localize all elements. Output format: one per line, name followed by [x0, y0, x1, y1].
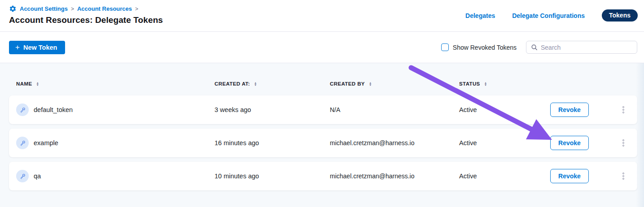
search-box[interactable]	[526, 41, 637, 54]
token-created-by: N/A	[330, 106, 459, 113]
tab-delegates[interactable]: Delegates	[465, 12, 495, 19]
table-header-row: NAME ▲▼ CREATED AT: ▲▼ CREATED BY ▲▼ STA…	[9, 76, 637, 92]
token-name: example	[34, 139, 58, 147]
key-icon	[16, 170, 29, 182]
sort-icon[interactable]: ▲▼	[254, 82, 257, 86]
breadcrumb-separator: >	[71, 6, 74, 12]
revoke-button[interactable]: Revoke	[550, 169, 589, 183]
token-status: Active	[459, 172, 550, 180]
key-icon	[16, 137, 29, 149]
table-row[interactable]: qa 10 minutes ago michael.cretzman@harne…	[9, 162, 637, 190]
plus-icon: +	[15, 43, 20, 51]
sort-icon[interactable]: ▲▼	[484, 82, 487, 86]
breadcrumb-separator: >	[135, 6, 138, 12]
revoke-button[interactable]: Revoke	[550, 136, 589, 150]
gear-icon	[9, 5, 17, 13]
toolbar-right: Show Revoked Tokens	[441, 41, 637, 54]
token-created-by: michael.cretzman@harness.io	[330, 172, 459, 180]
show-revoked-toggle[interactable]: Show Revoked Tokens	[441, 43, 517, 51]
toolbar: + New Token Show Revoked Tokens	[0, 32, 644, 63]
column-header-status[interactable]: STATUS ▲▼	[459, 81, 550, 86]
table-row[interactable]: example 16 minutes ago michael.cretzman@…	[9, 129, 637, 157]
new-token-button[interactable]: + New Token	[9, 41, 65, 54]
token-status: Active	[459, 139, 550, 147]
breadcrumb-account-settings[interactable]: Account Settings	[20, 5, 68, 12]
tab-delegate-configurations[interactable]: Delegate Configurations	[512, 12, 585, 19]
token-created-at: 16 minutes ago	[215, 139, 330, 147]
key-icon	[16, 104, 29, 116]
tab-tokens-active[interactable]: Tokens	[602, 9, 638, 22]
tokens-table: NAME ▲▼ CREATED AT: ▲▼ CREATED BY ▲▼ STA…	[0, 63, 644, 207]
delegate-tokens-page: Account Settings > Account Resources > A…	[0, 0, 644, 207]
breadcrumb-account-resources[interactable]: Account Resources	[77, 5, 132, 12]
table-row[interactable]: default_token 3 weeks ago N/A Active Rev…	[9, 95, 637, 124]
show-revoked-label: Show Revoked Tokens	[453, 44, 517, 51]
token-created-at: 10 minutes ago	[215, 172, 330, 180]
kebab-menu-icon[interactable]	[621, 138, 626, 148]
token-name: qa	[34, 172, 41, 180]
search-input[interactable]	[541, 44, 632, 51]
revoke-button[interactable]: Revoke	[550, 103, 589, 117]
column-header-name[interactable]: NAME ▲▼	[16, 81, 215, 86]
column-header-created-at[interactable]: CREATED AT: ▲▼	[215, 81, 330, 86]
resources-nav: Delegates Delegate Configurations Tokens	[465, 9, 638, 22]
sort-icon[interactable]: ▲▼	[36, 82, 39, 86]
sort-icon[interactable]: ▲▼	[369, 82, 372, 86]
kebab-menu-icon[interactable]	[621, 104, 626, 115]
token-name: default_token	[34, 106, 73, 113]
kebab-menu-icon[interactable]	[621, 171, 626, 181]
token-status: Active	[459, 106, 550, 113]
page-header: Account Settings > Account Resources > A…	[0, 0, 644, 32]
new-token-label: New Token	[23, 44, 57, 51]
show-revoked-checkbox[interactable]	[441, 43, 449, 51]
token-created-by: michael.cretzman@harness.io	[330, 139, 459, 147]
search-icon	[531, 44, 538, 51]
column-header-created-by[interactable]: CREATED BY ▲▼	[330, 81, 459, 86]
token-created-at: 3 weeks ago	[215, 106, 330, 113]
